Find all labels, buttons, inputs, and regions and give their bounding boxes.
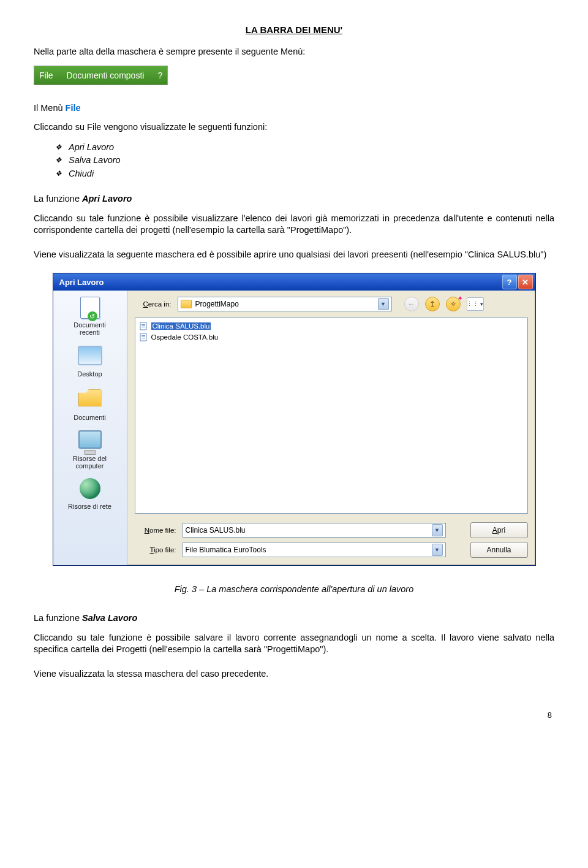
heading-file-word: File <box>66 103 81 113</box>
place-recent[interactable]: Documenti recenti <box>56 297 124 336</box>
folder-icon <box>181 300 192 308</box>
documents-icon <box>78 389 102 413</box>
svg-rect-6 <box>141 337 145 337</box>
places-bar: Documenti recenti Desktop Documenti Riso… <box>53 291 127 565</box>
svg-rect-1 <box>141 324 145 325</box>
section-heading: Il Menù File <box>34 102 554 115</box>
menu-help[interactable]: ? <box>157 70 162 80</box>
p-salva-note: Viene visualizzata la stessa maschera de… <box>34 668 554 680</box>
recent-docs-icon <box>78 297 102 320</box>
svg-rect-5 <box>141 335 145 336</box>
bullet-apri: Apri Lavoro <box>55 141 554 154</box>
file-icon <box>139 333 149 341</box>
place-network[interactable]: Risorse di rete <box>56 477 124 510</box>
place-desktop[interactable]: Desktop <box>56 343 124 378</box>
look-in-combo[interactable]: ProgettiMapo ▼ <box>178 297 392 311</box>
chevron-down-icon[interactable]: ▼ <box>378 298 389 310</box>
place-computer[interactable]: Risorse del computer <box>56 428 124 470</box>
p-salva-desc: Cliccando su tale funzione è possibile s… <box>34 632 554 656</box>
help-icon[interactable]: ? <box>502 275 517 289</box>
new-folder-icon[interactable]: ✧ <box>446 297 461 311</box>
p-apri-example: Viene visualizzata la seguente maschera … <box>34 249 554 261</box>
chevron-down-icon[interactable]: ▼ <box>432 524 443 536</box>
figure-caption: Fig. 3 – La maschera corrispondente all'… <box>34 584 554 594</box>
file-name: Ospedale COSTA.blu <box>151 333 219 341</box>
p-apri-desc: Cliccando su tale funzione è possibile v… <box>34 213 554 237</box>
desktop-icon <box>78 346 102 369</box>
computer-icon <box>78 430 102 454</box>
menu-bar: File Documenti composti ? <box>34 66 168 85</box>
subheading-apri: La funzione Apri Lavoro <box>34 193 554 205</box>
function-list: Apri Lavoro Salva Lavoro Chiudi <box>55 141 554 181</box>
cancel-button[interactable]: Annulla <box>470 542 528 558</box>
p-click-file: Cliccando su File vengono visualizzate l… <box>34 121 554 134</box>
bullet-salva: Salva Lavoro <box>55 154 554 167</box>
svg-rect-2 <box>141 326 145 326</box>
chevron-down-icon[interactable]: ▼ <box>432 544 443 556</box>
filetype-label: Tipo file: <box>135 546 176 554</box>
view-menu-icon[interactable]: ⋮⋮▾ <box>467 297 484 311</box>
bullet-chiudi: Chiudi <box>55 167 554 181</box>
filetype-combo[interactable]: File Blumatica EuroTools ▼ <box>183 542 446 557</box>
nav-up-icon[interactable]: ↥ <box>425 297 440 311</box>
network-icon <box>78 478 102 501</box>
file-icon <box>139 322 149 330</box>
nav-back-icon[interactable]: ← <box>404 297 419 311</box>
svg-rect-7 <box>141 338 145 338</box>
menu-file[interactable]: File <box>39 70 53 80</box>
dialog-titlebar: Apri Lavoro ? ✕ <box>53 273 535 291</box>
look-in-label: Cerca in: <box>135 300 172 308</box>
filename-label: Nome file: <box>135 527 176 534</box>
file-name: Clinica SALUS.blu <box>151 322 211 330</box>
place-documents[interactable]: Documenti <box>56 385 124 421</box>
filename-input[interactable]: Clinica SALUS.blu ▼ <box>183 523 446 538</box>
file-item-selected[interactable]: Clinica SALUS.blu <box>138 321 525 332</box>
subheading-salva: La funzione Salva Lavoro <box>34 612 554 625</box>
dialog-title: Apri Lavoro <box>59 278 104 287</box>
menu-documenti[interactable]: Documenti composti <box>67 70 145 80</box>
page-title: LA BARRA DEI MENU' <box>34 25 554 35</box>
look-in-value: ProgettiMapo <box>195 300 239 308</box>
open-dialog: Apri Lavoro ? ✕ Documenti recenti Deskto… <box>53 273 536 566</box>
file-list[interactable]: Clinica SALUS.blu Ospedale COSTA.blu <box>135 318 528 514</box>
open-button[interactable]: Apri <box>470 522 528 538</box>
intro-text: Nella parte alta della maschera è sempre… <box>34 46 554 58</box>
svg-rect-3 <box>141 327 145 327</box>
page-number: 8 <box>34 710 554 720</box>
file-item[interactable]: Ospedale COSTA.blu <box>138 332 525 343</box>
close-icon[interactable]: ✕ <box>518 275 533 289</box>
